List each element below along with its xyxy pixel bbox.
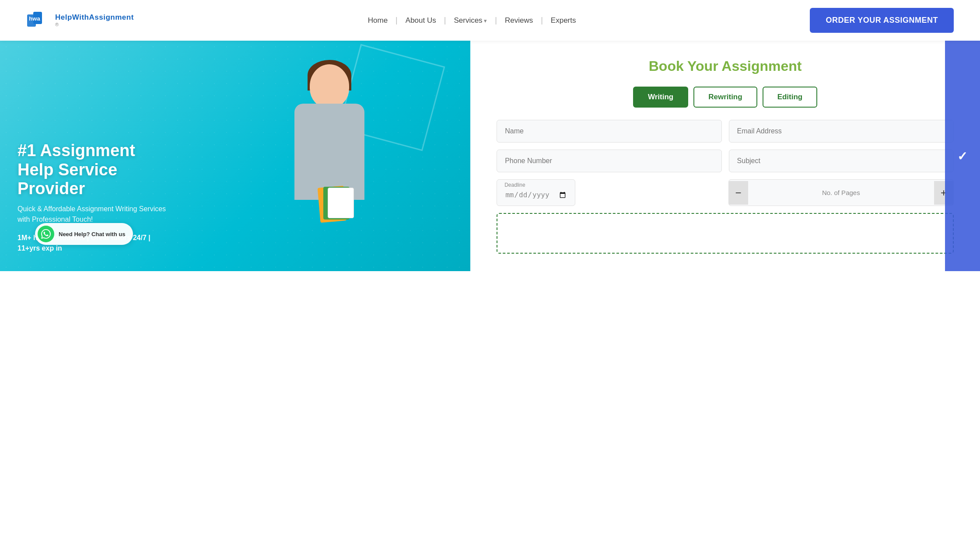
hero-student-image — [188, 41, 470, 271]
student-books — [319, 178, 354, 222]
header: hwa HelpWithAssignment ® Home | About Us… — [0, 0, 980, 41]
pages-control: − No. of Pages + — [728, 179, 954, 206]
nav-about-us[interactable]: About Us — [398, 16, 444, 25]
deadline-pages-row: Deadline − No. of Pages + — [497, 179, 954, 206]
tab-writing[interactable]: Writing — [633, 87, 688, 108]
nav-home[interactable]: Home — [360, 16, 396, 25]
hero-subtitle: Quick & Affordable Assignment Writing Se… — [18, 204, 166, 225]
tab-editing[interactable]: Editing — [763, 87, 818, 108]
pages-label: No. of Pages — [748, 189, 934, 196]
whatsapp-label: Need Help? Chat with us — [59, 231, 125, 237]
name-input[interactable] — [497, 120, 721, 143]
svg-text:hwa: hwa — [29, 15, 40, 22]
right-blue-panel: ✓ — [945, 41, 980, 271]
nav-services[interactable]: Services — [446, 16, 495, 25]
whatsapp-icon — [38, 226, 54, 242]
booking-form-section: Book Your Assignment Writing Rewriting E… — [470, 41, 980, 271]
logo-trademark: ® — [55, 22, 134, 28]
whatsapp-bubble[interactable]: Need Help? Chat with us — [35, 223, 133, 245]
instructions-textarea[interactable] — [497, 213, 954, 254]
logo-brand: HelpWithAssignment — [55, 13, 134, 22]
tab-rewriting[interactable]: Rewriting — [693, 87, 757, 108]
phone-subject-row — [497, 150, 954, 172]
nav-experts[interactable]: Experts — [543, 16, 584, 25]
hero-left: #1 Assignment Help Service Provider Quic… — [0, 41, 470, 271]
name-email-row — [497, 120, 954, 143]
student-figure — [268, 56, 391, 257]
check-mark-icon: ✓ — [957, 149, 967, 163]
subject-input[interactable] — [729, 150, 954, 172]
form-title: Book Your Assignment — [649, 58, 802, 74]
deadline-wrapper: Deadline — [497, 179, 721, 206]
deadline-label: Deadline — [504, 182, 525, 188]
order-assignment-button[interactable]: ORDER YOUR ASSIGNMENT — [810, 8, 954, 33]
service-tabs: Writing Rewriting Editing — [633, 87, 817, 108]
logo[interactable]: hwa HelpWithAssignment ® — [26, 11, 134, 30]
nav-reviews[interactable]: Reviews — [497, 16, 541, 25]
phone-input[interactable] — [497, 150, 721, 172]
hero-section: #1 Assignment Help Service Provider Quic… — [0, 41, 980, 271]
email-input[interactable] — [729, 120, 954, 143]
pages-decrease-button[interactable]: − — [729, 181, 748, 205]
logo-icon: hwa — [26, 11, 52, 30]
hero-title: #1 Assignment Help Service Provider — [18, 141, 166, 199]
book-3 — [328, 188, 354, 218]
main-nav: Home | About Us | Services | Reviews | E… — [360, 16, 584, 25]
student-head — [310, 64, 349, 108]
